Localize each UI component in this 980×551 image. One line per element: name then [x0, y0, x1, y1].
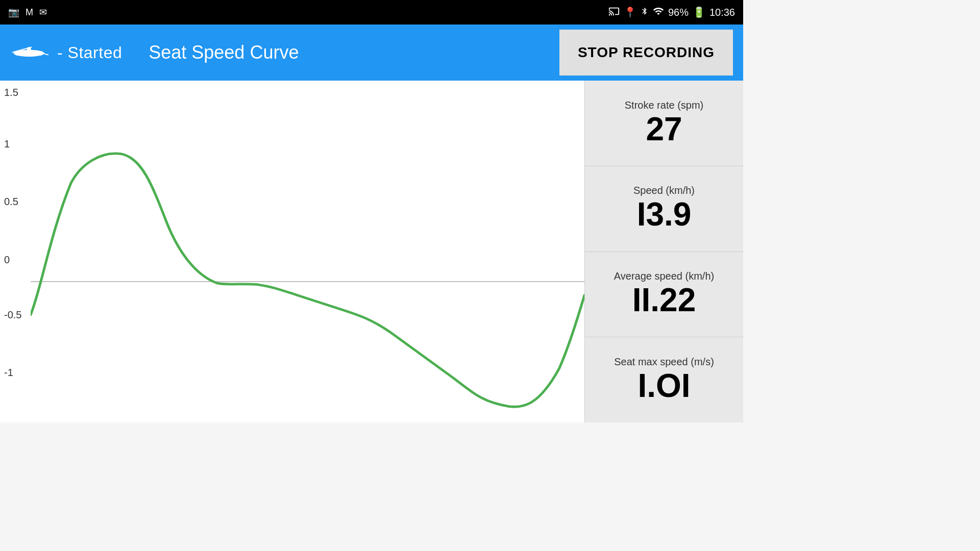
rowing-icon [10, 40, 51, 65]
main-content: 1.5 1 0.5 0 -0.5 -1 Stroke rate (spm) 27 [0, 81, 743, 422]
stat-max-speed: Seat max speed (m/s) I.OI [585, 337, 743, 422]
svg-rect-4 [27, 51, 31, 54]
stat-stroke-rate-label: Stroke rate (spm) [625, 99, 703, 111]
svg-point-3 [27, 47, 31, 51]
stat-speed: Speed (km/h) I3.9 [585, 166, 743, 252]
stat-avg-speed-value: II.22 [632, 282, 696, 318]
app-bar-status: - Started [57, 43, 122, 62]
y-label-neg-1: -1 [4, 367, 13, 379]
location-icon: 📍 [624, 6, 636, 18]
stat-stroke-rate: Stroke rate (spm) 27 [585, 81, 743, 166]
stat-avg-speed-label: Average speed (km/h) [614, 270, 714, 282]
stat-speed-label: Speed (km/h) [633, 185, 695, 196]
status-left-icons: 📷 M ✉ [8, 7, 47, 18]
bluetooth-icon [641, 6, 649, 19]
y-label-neg-0-5: -0.5 [4, 309, 21, 320]
y-label-1-5: 1.5 [4, 87, 18, 98]
y-label-0-5: 0.5 [4, 196, 18, 208]
status-bar: 📷 M ✉ 📍 96% 🔋 10:36 [0, 0, 743, 24]
chart-area: 1.5 1 0.5 0 -0.5 -1 [0, 81, 585, 422]
camera-icon: 📷 [8, 7, 19, 18]
time-display: 10:36 [709, 7, 735, 18]
battery-icon: 🔋 [693, 6, 705, 18]
stat-stroke-rate-value: 27 [646, 111, 682, 147]
y-label-0: 0 [4, 254, 10, 266]
app-bar-left: - Started Seat Speed Curve [10, 40, 559, 65]
section-title: Seat Speed Curve [149, 42, 299, 63]
speed-curve-chart [31, 86, 584, 412]
mail-icon: ✉ [39, 7, 47, 18]
status-right-icons: 📍 96% 🔋 10:36 [608, 6, 735, 19]
gmail-icon: M [26, 7, 33, 18]
stat-max-speed-value: I.OI [638, 368, 690, 404]
stat-avg-speed: Average speed (km/h) II.22 [585, 252, 743, 338]
stat-max-speed-label: Seat max speed (m/s) [614, 356, 714, 368]
signal-icon [653, 6, 664, 19]
stat-speed-value: I3.9 [637, 196, 692, 232]
battery-percentage: 96% [668, 7, 689, 18]
y-label-1: 1 [4, 138, 10, 149]
stats-panel: Stroke rate (spm) 27 Speed (km/h) I3.9 A… [585, 81, 743, 422]
app-bar: - Started Seat Speed Curve STOP RECORDIN… [0, 24, 743, 81]
stop-recording-button[interactable]: STOP RECORDING [559, 30, 733, 76]
cast-icon [608, 6, 620, 19]
